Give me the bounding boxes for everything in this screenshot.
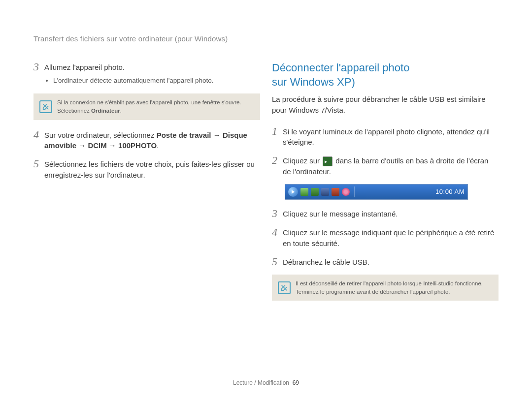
- section-title-line2: sur Windows XP): [272, 76, 355, 88]
- step4-arrow2: →: [76, 141, 88, 150]
- step-number: 3: [33, 61, 44, 73]
- right-step-3: 3 Cliquez sur le message instantané.: [272, 208, 499, 219]
- step4-bold1: Poste de travail: [157, 131, 211, 139]
- note-line: Il est déconseillé de retirer l'appareil…: [296, 280, 483, 286]
- tray-icon-volume: [332, 188, 339, 196]
- tray-icon-safely-remove: [311, 188, 319, 196]
- note-line: Si la connexion ne s'établit pas avec l'…: [57, 99, 241, 105]
- step4-end: .: [157, 141, 159, 150]
- footer-section: Lecture / Modification: [233, 379, 289, 386]
- step-number: 4: [33, 129, 44, 141]
- windows-taskbar-tray: 10:00 AM: [285, 184, 468, 200]
- right-step-1: 1 Si le voyant lumineux de l'appareil ph…: [272, 125, 499, 148]
- page: Transfert des fichiers sur votre ordinat…: [0, 0, 532, 401]
- note-line: Terminez le programme avant de débranche…: [296, 289, 450, 295]
- tray-separator: [354, 186, 355, 197]
- step-number: 5: [33, 158, 44, 170]
- step4-bold4: 100PHOTO: [118, 141, 157, 150]
- tray-icon-shield: [300, 188, 308, 196]
- right-column: Déconnecter l'appareil photo sur Windows…: [272, 61, 499, 309]
- step2-pre: Cliquez sur: [283, 156, 322, 165]
- left-step-4: 4 Sur votre ordinateur, sélectionnez Pos…: [33, 129, 260, 152]
- content-columns: 3 Allumez l'appareil photo. L'ordinateur…: [33, 61, 499, 309]
- step4-arrow3: →: [107, 141, 118, 150]
- step4-part1: Sur votre ordinateur, sélectionnez: [44, 131, 157, 139]
- taskbar-clock: 10:00 AM: [435, 188, 465, 195]
- page-header: Transfert des fichiers sur votre ordinat…: [33, 34, 264, 46]
- note-text: Il est déconseillé de retirer l'appareil…: [296, 279, 483, 296]
- left-step-5: 5 Sélectionnez les fichiers de votre cho…: [33, 158, 260, 181]
- tray-expand-icon: [288, 187, 298, 197]
- note-icon: [39, 100, 52, 113]
- page-footer: Lecture / Modification 69: [0, 379, 532, 386]
- right-step-4: 4 Cliquez sur le message indiquant que l…: [272, 226, 499, 249]
- tray-icon-app: [342, 188, 350, 196]
- step4-arrow1: →: [211, 131, 223, 139]
- note-icon: [278, 281, 291, 294]
- step-number: 5: [272, 256, 283, 268]
- step-text: Allumez l'appareil photo.: [44, 63, 125, 71]
- left-note: Si la connexion ne s'établit pas avec l'…: [33, 93, 260, 120]
- step-body: Cliquez sur le message instantané.: [283, 208, 398, 219]
- section-title-line1: Déconnecter l'appareil photo: [272, 62, 409, 74]
- right-step-2: 2 Cliquez sur dans la barre d'outils en …: [272, 154, 499, 177]
- tray-icon-network: [321, 188, 329, 196]
- note-line-pre: Sélectionnez: [57, 108, 91, 114]
- right-note: Il est déconseillé de retirer l'appareil…: [272, 275, 499, 301]
- step-body: Sur votre ordinateur, sélectionnez Poste…: [44, 129, 260, 152]
- note-line-bold: Ordinateur: [91, 108, 120, 114]
- footer-page-number: 69: [293, 379, 299, 386]
- step-number: 4: [272, 226, 283, 238]
- note-line-post: .: [120, 108, 122, 114]
- step-body: Débranchez le câble USB.: [283, 256, 369, 268]
- step-body: Sélectionnez les fichiers de votre choix…: [44, 158, 260, 181]
- left-column: 3 Allumez l'appareil photo. L'ordinateur…: [33, 61, 260, 309]
- step-number: 1: [272, 125, 283, 137]
- section-title: Déconnecter l'appareil photo sur Windows…: [272, 61, 499, 89]
- step-number: 3: [272, 208, 283, 219]
- step-number: 2: [272, 154, 283, 166]
- section-intro: La procédure à suivre pour débrancher le…: [272, 94, 499, 116]
- step-sublist-item: L'ordinateur détecte automatiquement l'a…: [53, 76, 214, 86]
- step4-bold3: DCIM: [88, 141, 106, 150]
- right-step-5: 5 Débranchez le câble USB.: [272, 256, 499, 268]
- note-text: Si la connexion ne s'établit pas avec l'…: [57, 98, 241, 115]
- step-body: Cliquez sur dans la barre d'outils en ba…: [283, 154, 499, 177]
- step-body: Cliquez sur le message indiquant que le …: [283, 226, 499, 249]
- step-body: Si le voyant lumineux de l'appareil phot…: [283, 125, 499, 148]
- step-body: Allumez l'appareil photo. L'ordinateur d…: [44, 61, 214, 87]
- step-sublist: L'ordinateur détecte automatiquement l'a…: [44, 76, 214, 86]
- safely-remove-hardware-icon: [323, 156, 332, 166]
- left-step-3: 3 Allumez l'appareil photo. L'ordinateur…: [33, 61, 260, 87]
